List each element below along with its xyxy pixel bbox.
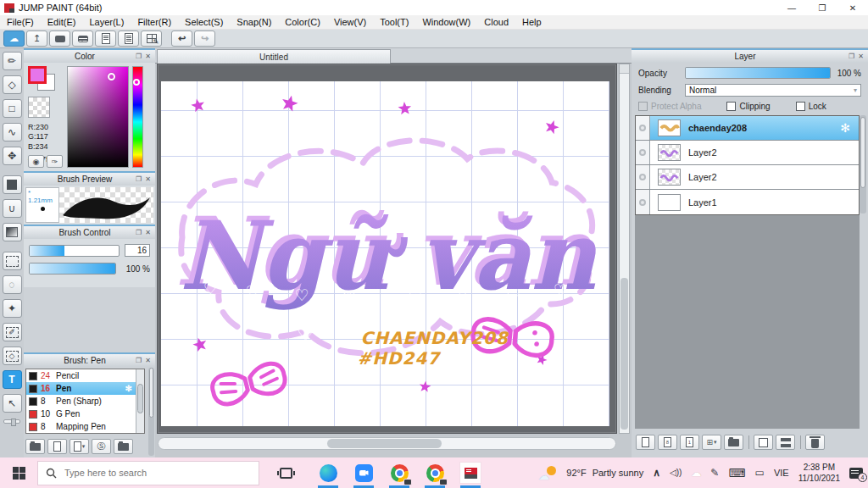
layer-row-layer2-a[interactable]: Layer2 (636, 141, 859, 165)
close-icon[interactable]: ✕ (856, 53, 865, 60)
upload-button[interactable]: ↥ (26, 30, 47, 47)
new-layer-button[interactable] (636, 435, 655, 450)
brush-item-mapping-pen[interactable]: 8 Mapping Pen (26, 420, 144, 433)
brush-list-scrollbar[interactable] (136, 369, 144, 433)
canvas-vertical-scrollbar[interactable] (619, 64, 630, 434)
menu-tool[interactable]: Tool(T) (373, 17, 415, 27)
menu-filter[interactable]: Filter(R) (131, 17, 178, 27)
close-icon[interactable]: ✕ (143, 357, 153, 364)
visibility-toggle[interactable] (636, 190, 650, 214)
chrome-taskbar-button-1[interactable] (385, 458, 414, 488)
popout-icon[interactable]: ❐ (134, 175, 143, 183)
comment-list-button[interactable] (72, 30, 93, 47)
brush-size-value[interactable]: 16 (125, 244, 150, 257)
new-folder-button[interactable] (724, 435, 743, 450)
close-icon[interactable]: ✕ (143, 229, 153, 236)
menu-view[interactable]: View(V) (327, 17, 373, 27)
menu-color[interactable]: Color(C) (278, 17, 327, 27)
eraser-tool[interactable]: ◇ (3, 75, 22, 94)
popout-icon[interactable]: ❐ (134, 53, 143, 60)
brush-tool[interactable]: ✏ (3, 52, 22, 70)
notification-center-button[interactable]: 4 (849, 468, 863, 479)
windows-ink-pen-icon[interactable]: ✎ (710, 468, 719, 478)
tool-column-slider[interactable] (3, 419, 20, 424)
layer-row-layer2-b[interactable]: Layer2 (636, 165, 859, 190)
search-input[interactable] (64, 468, 251, 478)
brush-panel-scrollbar[interactable] (148, 368, 154, 456)
operation-tool[interactable]: ↖ (3, 394, 22, 413)
hue-bar[interactable] (132, 66, 143, 168)
language-indicator[interactable]: VIE (774, 468, 789, 478)
move-tool[interactable]: ✥ (3, 147, 22, 165)
visibility-toggle[interactable] (636, 116, 650, 140)
brush-item-pen[interactable]: 16 Pen ✻ (26, 382, 144, 395)
palette-button[interactable]: ◉ (28, 155, 44, 168)
touchpad-icon[interactable]: ▭ (755, 468, 765, 478)
delete-layer-button[interactable] (805, 435, 825, 450)
menu-file[interactable]: File(F) (0, 17, 41, 27)
gradient-tool[interactable] (3, 223, 22, 241)
add-layer-dropdown-button[interactable]: ⊞▾ (702, 435, 721, 450)
brush-opacity-slider[interactable] (29, 263, 116, 274)
sv-marker[interactable] (108, 73, 115, 80)
magic-wand-tool[interactable]: ✦ (3, 299, 22, 318)
select-pen-tool[interactable]: ✐ (3, 323, 22, 341)
taskbar-search[interactable] (37, 461, 259, 485)
close-icon[interactable]: ✕ (143, 53, 153, 60)
zoom-taskbar-button[interactable] (349, 458, 378, 488)
redo-button[interactable]: ↪ (194, 30, 215, 47)
transparent-color-swatch[interactable] (28, 97, 50, 118)
close-button[interactable]: ✕ (837, 0, 868, 15)
menu-edit[interactable]: Edit(E) (41, 17, 83, 27)
brush-item-pencil[interactable]: 24 Pencil (26, 369, 144, 382)
brush-size-slider[interactable] (29, 245, 120, 257)
brush-item-pen-sharp[interactable]: 8 Pen (Sharp) (26, 395, 144, 408)
clipping-checkbox[interactable] (726, 102, 736, 111)
settings-list-button[interactable] (118, 30, 139, 47)
canvas-surface[interactable]: Ngữ văn Ngữ văn ♡♡♡ ♡♡♡ ♡♡ ♡ (161, 81, 609, 426)
rect-select-tool[interactable] (3, 252, 22, 270)
hue-marker[interactable] (133, 79, 140, 86)
edge-taskbar-button[interactable] (314, 458, 342, 488)
canvas-tab-untitled[interactable]: Untitled (157, 49, 391, 64)
menu-layer[interactable]: Layer(L) (82, 17, 131, 27)
popout-icon[interactable]: ❐ (134, 357, 143, 364)
keyboard-icon[interactable]: ⌨ (728, 467, 745, 479)
new-8bit-layer-button[interactable]: 8 (658, 435, 677, 450)
popout-icon[interactable]: ❐ (134, 229, 143, 236)
onedrive-cloud-icon[interactable]: ☁ (691, 468, 701, 478)
visibility-toggle[interactable] (636, 165, 650, 189)
popout-icon[interactable]: ❐ (847, 53, 856, 60)
layer-settings-gear-icon[interactable]: ✻ (840, 121, 850, 135)
weather-icon[interactable]: ☁ (538, 466, 557, 480)
weather-temp[interactable]: 92°F (566, 468, 586, 478)
menu-select[interactable]: Select(S) (178, 17, 230, 27)
saturation-value-field[interactable] (67, 66, 129, 168)
shape-tool[interactable]: □ (3, 99, 22, 118)
menu-help[interactable]: Help (515, 17, 548, 27)
restore-button[interactable]: ❐ (807, 0, 837, 15)
menu-window[interactable]: Window(W) (415, 17, 477, 27)
layer-row-chaenday208[interactable]: chaenday208 ✻ (636, 116, 859, 141)
duplicate-brush-button[interactable]: ▾ (70, 439, 89, 454)
tray-chevron-up-icon[interactable]: ∧ (653, 468, 660, 478)
canvas-settings-button[interactable] (141, 30, 162, 47)
weather-desc[interactable]: Partly sunny (593, 468, 644, 478)
document-button[interactable] (95, 30, 116, 47)
chrome-taskbar-button-2[interactable] (420, 458, 449, 488)
task-view-button[interactable] (271, 458, 300, 488)
color-picker-button[interactable]: ✑ (47, 155, 63, 168)
select-eraser-tool[interactable]: ◇ (3, 347, 22, 365)
text-tool[interactable]: T (3, 370, 22, 389)
brush-cloud-download-button[interactable] (25, 439, 45, 454)
start-button[interactable] (0, 458, 37, 488)
layer-opacity-slider[interactable] (685, 67, 831, 79)
taskbar-clock[interactable]: 2:38 PM 11/10/2021 (798, 462, 840, 485)
menu-cloud[interactable]: Cloud (477, 17, 515, 27)
blending-dropdown[interactable]: Normal ▾ (685, 84, 861, 97)
duplicate-layer-button[interactable] (754, 435, 773, 450)
lock-checkbox[interactable] (796, 102, 805, 111)
brush-folder-button[interactable] (114, 439, 133, 454)
menu-snap[interactable]: Snap(N) (230, 17, 278, 27)
speaker-icon[interactable]: ◁)) (670, 469, 682, 477)
